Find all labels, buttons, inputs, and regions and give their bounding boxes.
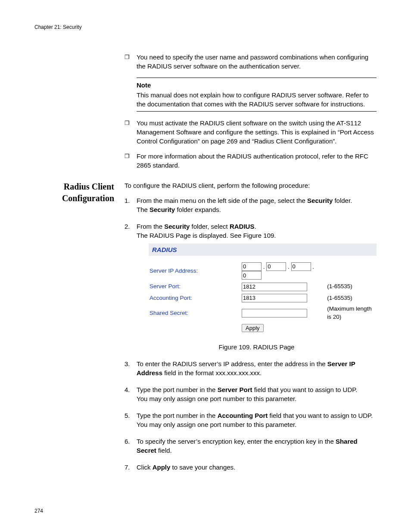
figure-header: RADIUS (149, 243, 377, 256)
step-5: Type the port number in the Accounting P… (125, 411, 377, 429)
secret-hint: (Maximum length is 20) (326, 304, 377, 323)
ip-octet-3[interactable] (291, 262, 311, 271)
after-note-bullet-list: You must activate the RADIUS client soft… (125, 118, 377, 170)
ip-dot: . (263, 263, 265, 270)
note-box: Note This manual does not explain how to… (137, 78, 377, 112)
label-accounting-port: Accounting Port: (149, 292, 241, 304)
step-2: From the Security folder, select RADIUS.… (125, 222, 377, 352)
acct-hint: (1-65535) (326, 292, 377, 304)
note-title: Note (137, 81, 377, 90)
step-1: From the main menu on the left side of t… (125, 196, 377, 214)
page-header: Chapter 21: Security (34, 24, 377, 31)
ip-dot: . (312, 263, 314, 270)
step-6: To specify the server’s encryption key, … (125, 437, 377, 455)
step-3: To enter the RADIUS server’s IP address,… (125, 359, 377, 377)
list-item: You must activate the RADIUS client soft… (125, 118, 377, 146)
list-item: For more information about the RADIUS au… (125, 152, 377, 170)
accounting-port-input[interactable] (242, 294, 307, 302)
label-shared-secret: Shared Secret: (149, 304, 241, 323)
procedure-list: From the main menu on the left side of t… (125, 196, 377, 472)
apply-button[interactable]: Apply (242, 324, 264, 332)
ip-dot: . (288, 263, 290, 270)
step-7: Click Apply to save your changes. (125, 463, 377, 472)
figure-caption: Figure 109. RADIUS Page (137, 342, 377, 352)
port-hint: (1-65535) (326, 281, 377, 292)
ip-octet-1[interactable] (242, 262, 262, 271)
label-server-port: Server Port: (149, 281, 241, 292)
list-item: You need to specify the user name and pa… (125, 53, 377, 71)
server-port-input[interactable] (242, 283, 307, 291)
intro-text: To configure the RADIUS client, perform … (125, 181, 377, 190)
note-body: This manual does not explain how to conf… (137, 90, 377, 109)
ip-octet-4[interactable] (242, 271, 262, 280)
ip-octet-2[interactable] (266, 262, 286, 271)
section-title: Radius Client Configuration (34, 181, 114, 204)
label-server-ip: Server IP Address: (149, 261, 241, 281)
top-bullet-list: You need to specify the user name and pa… (125, 53, 377, 71)
radius-figure: RADIUS Server IP Address: . . (149, 243, 377, 334)
shared-secret-input[interactable] (242, 309, 307, 317)
step-4: Type the port number in the Server Port … (125, 385, 377, 403)
